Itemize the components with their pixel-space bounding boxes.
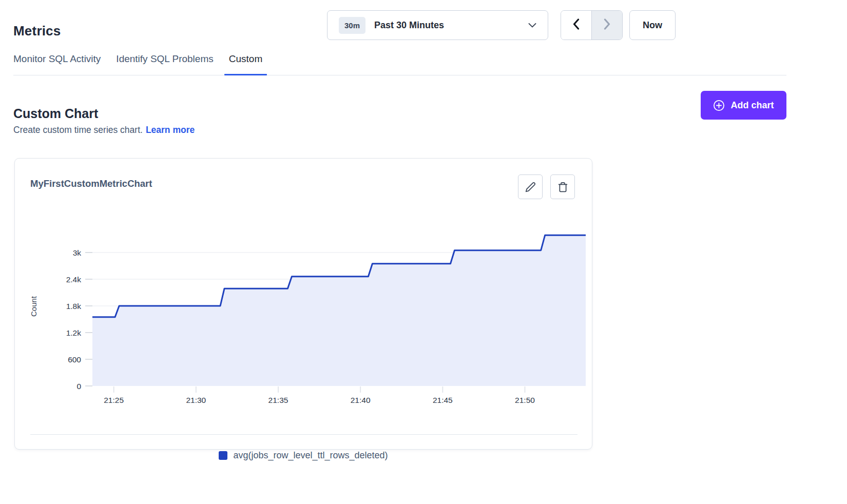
legend-label: avg(jobs_row_level_ttl_rows_deleted)	[233, 450, 388, 461]
y-axis-tick-label: 1.2k	[66, 328, 82, 337]
chart-title: MyFirstCustomMetricChart	[30, 178, 152, 189]
section-title: Custom Chart	[13, 106, 98, 121]
subtitle-text: Create custom time series chart.	[13, 125, 143, 135]
x-axis-tick-label: 21:30	[186, 396, 206, 404]
time-range-label: Past 30 Minutes	[374, 20, 444, 31]
x-axis-tick-label: 21:35	[268, 396, 288, 404]
chevron-right-icon	[604, 18, 610, 32]
custom-chart-card: MyFirstCustomMetricChart 06001.2k1.8k2.4…	[14, 158, 592, 450]
y-axis-tick-label: 3k	[73, 248, 82, 257]
y-axis-title: Count	[29, 296, 38, 317]
plus-circle-icon	[713, 100, 725, 111]
chevron-left-icon	[573, 18, 580, 32]
x-axis-tick-label: 21:40	[351, 396, 371, 404]
series-area	[92, 235, 586, 386]
now-button[interactable]: Now	[629, 10, 676, 40]
add-chart-button[interactable]: Add chart	[701, 91, 786, 120]
page-title: Metrics	[13, 23, 61, 39]
x-axis-tick-label: 21:50	[515, 396, 535, 404]
y-axis-tick-label: 0	[76, 382, 81, 391]
legend-swatch	[219, 451, 227, 460]
add-chart-label: Add chart	[730, 100, 774, 111]
x-axis-tick-label: 21:45	[433, 396, 453, 404]
previous-time-button[interactable]	[561, 11, 592, 40]
time-range-selector[interactable]: 30m Past 30 Minutes	[327, 10, 548, 40]
edit-chart-button[interactable]	[518, 175, 543, 199]
y-axis-tick-label: 600	[68, 355, 81, 364]
chart-legend: avg(jobs_row_level_ttl_rows_deleted)	[15, 450, 592, 461]
chevron-down-icon	[528, 23, 536, 28]
pencil-icon	[525, 182, 536, 192]
delete-chart-button[interactable]	[550, 175, 575, 199]
x-axis-tick-label: 21:25	[104, 396, 124, 404]
trash-icon	[557, 182, 568, 192]
y-axis-tick-label: 2.4k	[66, 275, 82, 284]
tab-bar: Monitor SQL Activity Identify SQL Proble…	[13, 51, 786, 75]
time-pager	[561, 10, 623, 40]
next-time-button[interactable]	[592, 11, 622, 40]
learn-more-link[interactable]: Learn more	[146, 125, 195, 135]
y-axis-tick-label: 1.8k	[66, 302, 82, 311]
card-divider	[30, 434, 578, 435]
tab-custom[interactable]: Custom	[229, 51, 262, 75]
custom-metric-chart[interactable]: 06001.2k1.8k2.4k3k21:2521:3021:3521:4021…	[15, 216, 592, 411]
duration-badge: 30m	[339, 17, 365, 34]
tab-identify-sql-problems[interactable]: Identify SQL Problems	[116, 51, 213, 75]
tab-monitor-sql-activity[interactable]: Monitor SQL Activity	[13, 51, 101, 75]
section-subtitle: Create custom time series chart.Learn mo…	[13, 125, 195, 135]
